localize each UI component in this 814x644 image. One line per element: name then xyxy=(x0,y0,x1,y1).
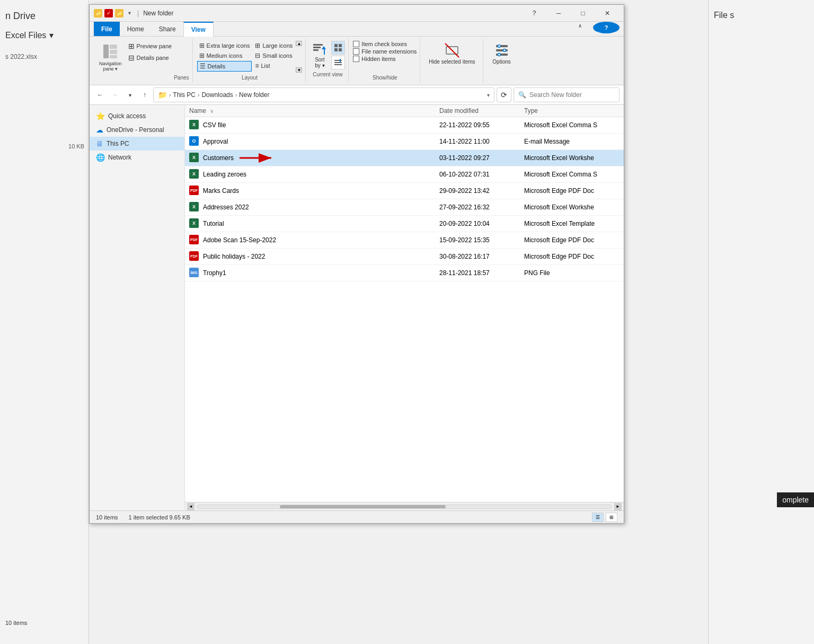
up-button[interactable]: ↑ xyxy=(138,89,151,101)
table-row[interactable]: X Addresses 2022 27-09-2022 16:32 Micros… xyxy=(185,199,624,216)
table-row[interactable]: PDF Adobe Scan 15-Sep-2022 15-09-2022 15… xyxy=(185,232,624,249)
table-row[interactable]: X Tutorial 20-09-2022 10:04 Microsoft Ex… xyxy=(185,216,624,232)
item-count-left: 10 items xyxy=(5,620,28,626)
file-date: 30-08-2022 16:17 xyxy=(439,253,524,260)
small-icons-button[interactable]: ⊟ Small icons xyxy=(253,51,295,60)
dropdown-history-button[interactable]: ▾ xyxy=(123,89,136,101)
ribbon-collapse-btn[interactable]: ∧ xyxy=(567,22,593,36)
file-name-extensions-checkbox[interactable] xyxy=(353,48,359,55)
search-input[interactable] xyxy=(529,91,615,99)
path-this-pc[interactable]: This PC xyxy=(173,91,196,99)
address-path[interactable]: 📁 › This PC › Downloads › New folder ▾ xyxy=(153,87,494,102)
table-row[interactable]: PDF Marks Cards 29-09-2022 13:42 Microso… xyxy=(185,183,624,199)
forward-button[interactable]: → xyxy=(109,89,121,101)
ribbon-help-btn[interactable]: ? xyxy=(593,22,620,33)
item-check-boxes-row[interactable]: Item check boxes xyxy=(353,41,417,47)
table-row[interactable]: X Leading zeroes 06-10-2022 07:31 Micros… xyxy=(185,166,624,183)
preview-pane-button[interactable]: ⊞ Preview pane xyxy=(126,41,174,51)
navigation-pane-button[interactable]: Navigationpane ▾ xyxy=(97,41,124,73)
file-list-wrapper: Name ∨ Date modified Type X CSV file 22-… xyxy=(185,105,624,510)
scroll-right-arrow[interactable]: ► xyxy=(614,503,622,510)
sidebar-item-onedrive[interactable]: ☁ OneDrive - Personal xyxy=(90,123,184,137)
excel-icon: X xyxy=(189,218,199,228)
hide-selected-items-label: Hide selected items xyxy=(429,59,475,65)
file-date: 15-09-2022 15:35 xyxy=(439,236,524,244)
titlebar-icons: 📁 ✓ 📁 ▾ | xyxy=(94,9,139,17)
table-row[interactable]: IMG Trophy1 28-11-2021 18:57 PNG File xyxy=(185,265,624,281)
scroll-thumb[interactable] xyxy=(280,505,446,508)
sort-icon-container xyxy=(312,42,327,57)
right-panel: File s omplete xyxy=(708,0,814,644)
scroll-up-button[interactable]: ▲ xyxy=(296,41,302,46)
titlebar: 📁 ✓ 📁 ▾ | New folder ? ─ □ ✕ xyxy=(90,5,624,22)
large-icon-view-button[interactable]: ⊞ xyxy=(606,513,617,522)
options-button[interactable]: Options xyxy=(489,41,515,66)
add-column-button[interactable] xyxy=(331,56,345,69)
refresh-button[interactable]: ⟳ xyxy=(497,87,511,102)
excel-icon: X xyxy=(189,169,199,179)
tab-file[interactable]: File xyxy=(94,22,120,36)
selection-arrow xyxy=(237,153,279,163)
horizontal-scrollbar[interactable]: ◄ ► xyxy=(185,502,624,510)
sort-by-button[interactable]: Sortby ▾ xyxy=(310,41,329,69)
svg-point-23 xyxy=(503,49,506,52)
sidebar-item-quick-access[interactable]: ⭐ Quick access xyxy=(90,109,184,123)
table-row[interactable]: X Customers 03-11-2022 09:27 Microsoft E… xyxy=(185,150,624,166)
back-button[interactable]: ← xyxy=(94,89,107,101)
path-downloads[interactable]: Downloads xyxy=(201,91,233,99)
details-view-button[interactable]: ☰ xyxy=(592,513,604,522)
group-by-button[interactable] xyxy=(331,41,345,55)
details-pane-button[interactable]: ⊟ Details pane xyxy=(126,52,174,63)
png-icon: IMG xyxy=(189,268,199,277)
item-check-boxes-checkbox[interactable] xyxy=(353,41,359,47)
svg-rect-1 xyxy=(110,45,117,49)
medium-icons-label: Medium icons xyxy=(207,52,243,59)
list-button[interactable]: ≡ List xyxy=(253,61,295,70)
excel-icon: X xyxy=(189,153,199,162)
network-icon: 🌐 xyxy=(96,153,105,162)
column-header-type[interactable]: Type xyxy=(524,107,620,114)
file-type: Microsoft Edge PDF Doc xyxy=(524,236,620,244)
show-hide-group: Item check boxes File name extensions Hi… xyxy=(350,39,420,83)
svg-rect-5 xyxy=(313,47,321,48)
show-hide-group-label: Show/hide xyxy=(353,73,417,81)
hidden-items-checkbox[interactable] xyxy=(353,56,359,62)
hidden-items-row[interactable]: Hidden items xyxy=(353,56,417,62)
path-new-folder[interactable]: New folder xyxy=(239,91,269,99)
table-row[interactable]: O Approval 14-11-2022 11:00 E-mail Messa… xyxy=(185,134,624,150)
file-date: 03-11-2022 09:27 xyxy=(439,154,524,162)
help-button[interactable]: ? xyxy=(522,5,546,22)
maximize-button[interactable]: □ xyxy=(571,5,595,22)
large-icons-button[interactable]: ⊞ Large icons xyxy=(253,41,295,50)
column-header-date[interactable]: Date modified xyxy=(439,107,524,114)
minimize-button[interactable]: ─ xyxy=(546,5,571,22)
complete-label: omplete xyxy=(777,492,814,507)
sidebar-item-quick-access-label: Quick access xyxy=(108,112,146,120)
file-name-label: s 2022.xlsx xyxy=(5,53,83,60)
sidebar-item-this-pc[interactable]: 🖥 This PC xyxy=(90,137,184,151)
tab-share[interactable]: Share xyxy=(152,22,183,36)
table-row[interactable]: X CSV file 22-11-2022 09:55 Microsoft Ex… xyxy=(185,117,624,134)
tab-home[interactable]: Home xyxy=(120,22,152,36)
scroll-track[interactable] xyxy=(197,505,612,509)
current-view-group: Sortby ▾ xyxy=(307,39,349,83)
extra-large-icons-button[interactable]: ⊞ Extra large icons xyxy=(197,41,252,50)
sub-pane-buttons: ⊞ Preview pane ⊟ Details pane xyxy=(126,41,174,63)
scroll-down-button[interactable]: ▼ xyxy=(296,67,302,73)
search-box[interactable]: 🔍 xyxy=(514,87,620,102)
file-icon-pdf: PDF xyxy=(189,186,200,196)
medium-icons-button[interactable]: ⊞ Medium icons xyxy=(197,51,252,60)
file-name-extensions-row[interactable]: File name extensions xyxy=(353,48,417,55)
sidebar-item-network[interactable]: 🌐 Network xyxy=(90,151,184,164)
tab-view[interactable]: View xyxy=(183,22,214,37)
dropdown-icon[interactable]: ▾ xyxy=(126,10,133,17)
svg-line-18 xyxy=(445,43,459,57)
table-row[interactable]: PDF Public holidays - 2022 30-08-2022 16… xyxy=(185,249,624,265)
address-dropdown-chevron[interactable]: ▾ xyxy=(487,92,490,98)
hide-selected-items-button[interactable]: Hide selected items xyxy=(426,41,478,66)
layout-buttons-container: ⊞ Extra large icons ⊞ Medium icons ☰ Det… xyxy=(197,41,303,73)
close-button[interactable]: ✕ xyxy=(595,5,620,22)
details-button[interactable]: ☰ Details xyxy=(197,61,252,72)
scroll-left-arrow[interactable]: ◄ xyxy=(187,503,194,510)
column-header-name[interactable]: Name ∨ xyxy=(189,107,439,114)
